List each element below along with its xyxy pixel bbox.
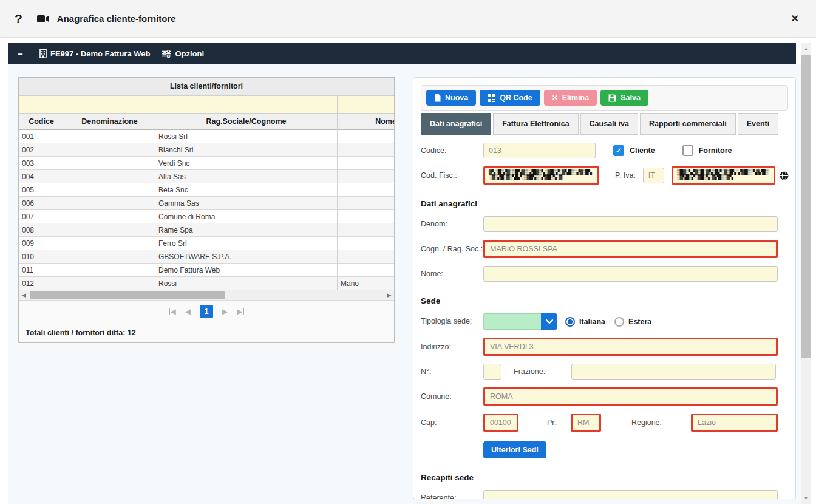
cell-ragsoc[interactable]: Rossi <box>155 277 338 290</box>
table-row[interactable]: 003Verdi Snc <box>19 157 394 170</box>
cap-field[interactable] <box>485 415 517 430</box>
filter-input-codice[interactable] <box>19 95 64 114</box>
italiana-radio[interactable] <box>565 317 575 327</box>
horizontal-scrollbar-track[interactable] <box>29 291 384 299</box>
regione-field[interactable] <box>693 415 776 430</box>
referente-field[interactable] <box>483 490 778 499</box>
cell-denominazione[interactable] <box>64 197 155 210</box>
close-icon[interactable]: ✕ <box>789 10 801 27</box>
cell-nome[interactable] <box>338 237 394 250</box>
estera-radio[interactable] <box>614 317 624 327</box>
cell-ragsoc[interactable]: Ferro Srl <box>155 237 338 250</box>
first-page-icon[interactable]: ◀ <box>169 308 176 315</box>
vertical-scrollbar[interactable]: ▲ ▼ <box>801 43 811 504</box>
firm-selector[interactable]: FE997 - Demo Fattura Web <box>39 49 150 58</box>
p-iva-field[interactable]: ▒█▓░▚▞▓▒█░▓▚▒█▞░▓▒█▚░▞▓█▒░▚▓▞█▒░▓▚█▒▞░▓█… <box>673 168 773 183</box>
cell-denominazione[interactable] <box>64 277 155 290</box>
vertical-scrollbar-thumb[interactable] <box>801 55 811 358</box>
table-row[interactable]: 012RossiMario <box>19 277 394 290</box>
indirizzo-field[interactable] <box>485 339 776 354</box>
table-row[interactable]: 005Beta Snc <box>19 183 394 197</box>
filter-input-ragsociale[interactable] <box>155 95 338 114</box>
cell-nome[interactable] <box>338 183 394 197</box>
scroll-right-icon[interactable]: ▶ <box>384 292 394 298</box>
salva-button[interactable]: Salva <box>600 90 648 106</box>
horizontal-scrollbar[interactable]: ◀ ▶ <box>19 290 394 301</box>
cell-codice[interactable]: 008 <box>19 223 64 237</box>
tab-fattura-elettronica[interactable]: Fattura Elettronica <box>493 113 578 135</box>
cell-nome[interactable] <box>338 223 394 237</box>
nuova-button[interactable]: Nuova <box>426 90 476 106</box>
cell-nome[interactable] <box>338 130 394 143</box>
cell-ragsoc[interactable]: Rame Spa <box>155 223 338 237</box>
cogn-rag-soc-field[interactable] <box>485 242 776 256</box>
table-row[interactable]: 010GBSOFTWARE S.P.A. <box>19 250 394 264</box>
cell-ragsoc[interactable]: Rossi Srl <box>155 130 338 143</box>
cell-codice[interactable]: 012 <box>19 277 64 290</box>
cell-codice[interactable]: 011 <box>19 264 64 277</box>
scroll-left-icon[interactable]: ◀ <box>19 292 29 298</box>
help-icon[interactable]: ? <box>15 12 22 26</box>
cell-denominazione[interactable] <box>64 130 155 143</box>
comune-field[interactable] <box>485 389 776 404</box>
column-header-nome[interactable]: Nome <box>338 114 394 130</box>
cell-ragsoc[interactable]: Verdi Snc <box>155 157 338 170</box>
filter-input-denominazione[interactable] <box>64 95 155 114</box>
cell-ragsoc[interactable]: Gamma Sas <box>155 197 338 210</box>
horizontal-scrollbar-thumb[interactable] <box>30 291 225 299</box>
cell-codice[interactable]: 003 <box>19 157 64 170</box>
cell-nome[interactable] <box>338 143 394 157</box>
column-header-ragsociale[interactable]: Rag.Sociale/Cognome <box>155 114 338 130</box>
tab-rapporti-commerciali[interactable]: Rapporti commerciali <box>640 113 736 135</box>
denom-field[interactable] <box>483 216 778 232</box>
qrcode-button[interactable]: QR Code <box>480 90 540 106</box>
video-tutorial-icon[interactable] <box>37 15 50 23</box>
tab-causali-iva[interactable]: Causali iva <box>580 113 638 135</box>
scroll-down-icon[interactable]: ▼ <box>801 493 811 503</box>
cell-ragsoc[interactable]: Alfa Sas <box>155 170 338 183</box>
table-row[interactable]: 004Alfa Sas <box>19 170 394 183</box>
cell-ragsoc[interactable]: Beta Snc <box>155 183 338 197</box>
cell-ragsoc[interactable]: Demo Fattura Web <box>155 264 338 277</box>
elimina-button[interactable]: ✕ Elimina <box>544 90 597 106</box>
next-page-icon[interactable]: ▶ <box>222 308 228 315</box>
cell-codice[interactable]: 007 <box>19 210 64 223</box>
minimize-icon[interactable]: − <box>18 49 29 59</box>
cell-nome[interactable] <box>338 264 394 277</box>
table-row[interactable]: 009Ferro Srl <box>19 237 394 250</box>
cell-denominazione[interactable] <box>64 237 155 250</box>
cell-denominazione[interactable] <box>64 183 155 197</box>
column-header-denominazione[interactable]: Denominazione <box>64 114 155 130</box>
cell-nome[interactable] <box>338 157 394 170</box>
cell-denominazione[interactable] <box>64 170 155 183</box>
cell-codice[interactable]: 006 <box>19 197 64 210</box>
cell-nome[interactable] <box>338 170 394 183</box>
table-row[interactable]: 011Demo Fattura Web <box>19 264 394 277</box>
cell-denominazione[interactable] <box>64 250 155 264</box>
prev-page-icon[interactable]: ◀ <box>185 308 191 315</box>
globe-icon[interactable] <box>780 171 789 180</box>
table-row[interactable]: 007Comune di Roma <box>19 210 394 223</box>
frazione-field[interactable] <box>571 364 776 380</box>
last-page-icon[interactable]: ▶ <box>237 308 244 315</box>
cell-codice[interactable]: 005 <box>19 183 64 197</box>
cell-ragsoc[interactable]: Comune di Roma <box>155 210 338 223</box>
numero-field[interactable] <box>483 364 501 380</box>
cell-codice[interactable]: 010 <box>19 250 64 264</box>
column-header-codice[interactable]: Codice <box>19 114 64 130</box>
chevron-down-icon[interactable] <box>541 313 557 330</box>
cell-ragsoc[interactable]: Bianchi Srl <box>155 143 338 157</box>
p-iva-country-field[interactable] <box>643 168 664 183</box>
table-row[interactable]: 008Rame Spa <box>19 223 394 237</box>
cell-nome[interactable] <box>338 197 394 210</box>
cell-denominazione[interactable] <box>64 264 155 277</box>
pr-field[interactable] <box>573 415 599 430</box>
cod-fisc-field[interactable]: ▓▚░█▒▞▓░▒█▚▓▒░▞█▓▒▚░▓█▒▞░▓▚█▒░▞▓▒█▚░▓▒▞█… <box>485 168 597 183</box>
table-row[interactable]: 001Rossi Srl <box>19 130 394 143</box>
table-row[interactable]: 002Bianchi Srl <box>19 143 394 157</box>
ulteriori-sedi-button[interactable]: Ulteriori Sedi <box>483 441 546 458</box>
scroll-up-icon[interactable]: ▲ <box>801 44 811 53</box>
cell-codice[interactable]: 001 <box>19 130 64 143</box>
tipologia-sede-value[interactable] <box>483 313 541 330</box>
tab-dati-anagrafici[interactable]: Dati anagrafici <box>421 113 491 135</box>
